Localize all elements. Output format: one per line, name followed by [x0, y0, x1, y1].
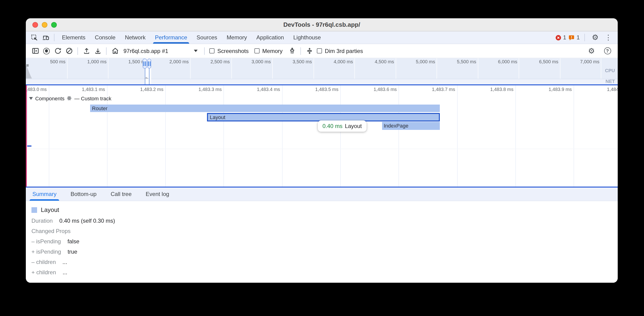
event-color-swatch	[32, 207, 37, 213]
record-icon[interactable]	[41, 45, 52, 56]
overview-tick-label: 3,000 ms	[228, 59, 271, 64]
tab-lighthouse[interactable]: Lighthouse	[289, 31, 326, 44]
checkbox-dim-3rd-parties[interactable]: Dim 3rd parties	[317, 48, 363, 54]
timeline-overview[interactable]: 500 ms1,000 ms1,500 ms2,000 ms2,500 ms3,…	[26, 58, 618, 84]
details-tick-label: 1,483.1 ms	[57, 86, 105, 92]
flame-bar-indexpage[interactable]: IndexPage	[382, 122, 440, 130]
summary-tab-event-log[interactable]: Event log	[145, 187, 170, 200]
toggle-sidebar-icon[interactable]	[30, 45, 41, 56]
summary-row-label: Changed Props	[32, 228, 71, 234]
flame-chart-details[interactable]: 1,483.0 ms1,483.1 ms1,483.2 ms1,483.3 ms…	[26, 85, 618, 186]
chevron-down-icon	[29, 97, 33, 100]
garbage-collect-icon[interactable]	[286, 45, 298, 56]
more-options-icon[interactable]: ⋮	[603, 32, 614, 43]
track-name: Components	[35, 95, 64, 101]
tab-sources[interactable]: Sources	[192, 31, 222, 44]
checkbox-label: Memory	[262, 48, 282, 54]
settings-gear-icon[interactable]: ⚙	[590, 32, 601, 43]
summary-panel: Layout Duration0.40 ms (self 0.30 ms)Cha…	[26, 201, 618, 283]
summary-row: – isPendingfalse	[32, 236, 618, 246]
tab-network[interactable]: Network	[120, 31, 150, 44]
selection-stem-left	[144, 68, 146, 84]
components-track-header[interactable]: Components — Custom track	[29, 95, 111, 101]
tab-performance[interactable]: Performance	[150, 31, 192, 44]
screen: DevTools - 97r6ql.csb.app/ ElementsConso…	[0, 0, 644, 316]
tab-elements[interactable]: Elements	[57, 31, 90, 44]
overview-tick-label: 2,500 ms	[188, 59, 230, 64]
checkbox-box[interactable]	[317, 48, 322, 53]
cpu-lane-label: CPU	[605, 68, 615, 73]
devtools-tab-bar: ElementsConsoleNetworkPerformanceSources…	[26, 31, 618, 44]
divider	[300, 47, 301, 55]
inspect-element-icon[interactable]	[29, 32, 40, 43]
overview-tick-label: 4,500 ms	[352, 59, 394, 64]
tab-console[interactable]: Console	[90, 31, 120, 44]
details-gridline	[340, 85, 341, 186]
atom-icon	[67, 96, 72, 101]
checkbox-box[interactable]	[209, 48, 214, 53]
zoom-window-button[interactable]	[51, 22, 57, 27]
checkbox-label: Screenshots	[217, 48, 248, 54]
close-window-button[interactable]	[32, 22, 38, 27]
collapse-tracks-icon[interactable]	[304, 45, 315, 56]
checkbox-memory[interactable]: Memory	[254, 48, 282, 54]
track-edge-line	[27, 85, 28, 147]
row-gridline	[26, 149, 618, 149]
details-tick-label: 1,483.2 ms	[116, 86, 163, 92]
summary-row-label: – isPending	[32, 238, 61, 245]
overview-tick-label: 1,000 ms	[64, 59, 106, 64]
summary-row-value: 0.40 ms (self 0.30 ms)	[60, 217, 115, 224]
overview-tick-label: 5,000 ms	[393, 59, 435, 64]
divider	[106, 47, 106, 55]
flame-bar-layout[interactable]: Layout	[207, 113, 440, 121]
summary-row: + isPendingtrue	[32, 246, 618, 257]
checkbox-box[interactable]	[254, 48, 259, 53]
download-profile-icon[interactable]	[92, 45, 103, 56]
capture-settings-gear-icon[interactable]: ⚙	[586, 45, 597, 56]
summary-row-label: Duration	[32, 217, 53, 224]
chevron-down-icon	[194, 50, 198, 52]
summary-row-value: false	[67, 238, 79, 245]
target-selector-dropdown[interactable]: 97r6ql.csb.app #1	[121, 46, 201, 56]
checkbox-screenshots[interactable]: Screenshots	[209, 48, 248, 54]
help-icon[interactable]: ?	[602, 45, 613, 56]
summary-row-label: – children	[32, 259, 56, 265]
devtools-tabs: ElementsConsoleNetworkPerformanceSources…	[57, 31, 326, 44]
summary-tab-bar: SummaryBottom-upCall treeEvent log	[26, 187, 618, 201]
overview-tick-label: 3,500 ms	[270, 59, 312, 64]
details-tick-label: 1,483.8 ms	[466, 86, 514, 92]
target-selector-value: 97r6ql.csb.app #1	[124, 48, 168, 54]
overview-tick-label: 5,500 ms	[434, 59, 476, 64]
summary-tab-call-tree[interactable]: Call tree	[110, 187, 132, 200]
summary-tab-bottom-up[interactable]: Bottom-up	[70, 187, 98, 200]
clear-icon[interactable]	[63, 45, 75, 56]
summary-row-label: + isPending	[32, 248, 61, 255]
overview-tick-label: 6,000 ms	[475, 59, 517, 64]
flame-bar-router[interactable]: Router	[90, 105, 440, 112]
details-gridline	[224, 85, 224, 186]
home-icon[interactable]	[109, 45, 121, 56]
summary-row-value: true	[68, 248, 77, 255]
device-toolbar-icon[interactable]	[40, 32, 51, 43]
flame-bar-label: IndexPage	[382, 123, 408, 129]
tab-application[interactable]: Application	[252, 31, 288, 44]
summary-row: – children...	[32, 257, 618, 267]
summary-tab-summary[interactable]: Summary	[32, 187, 58, 200]
selection-handle-right[interactable]	[147, 59, 151, 68]
console-errors-badge[interactable]: 1	[554, 34, 566, 41]
tab-memory[interactable]: Memory	[222, 31, 252, 44]
minimize-window-button[interactable]	[42, 22, 48, 27]
tooltip-name: Layout	[345, 123, 362, 129]
overview-tick-label: 7,000 ms	[557, 59, 600, 64]
record-and-reload-icon[interactable]	[52, 45, 63, 56]
issues-badge[interactable]: 1	[568, 34, 580, 41]
divider	[584, 34, 585, 41]
selection-handle-left[interactable]	[143, 59, 147, 68]
error-count: 1	[563, 34, 566, 41]
flame-bar-label: Router	[90, 105, 108, 111]
summary-row: Duration0.40 ms (self 0.30 ms)	[32, 215, 618, 226]
upload-profile-icon[interactable]	[81, 45, 92, 56]
summary-title-row: Layout	[32, 204, 618, 215]
overview-tick-label: 4,000 ms	[311, 59, 353, 64]
tooltip-duration: 0.40 ms	[322, 123, 342, 129]
